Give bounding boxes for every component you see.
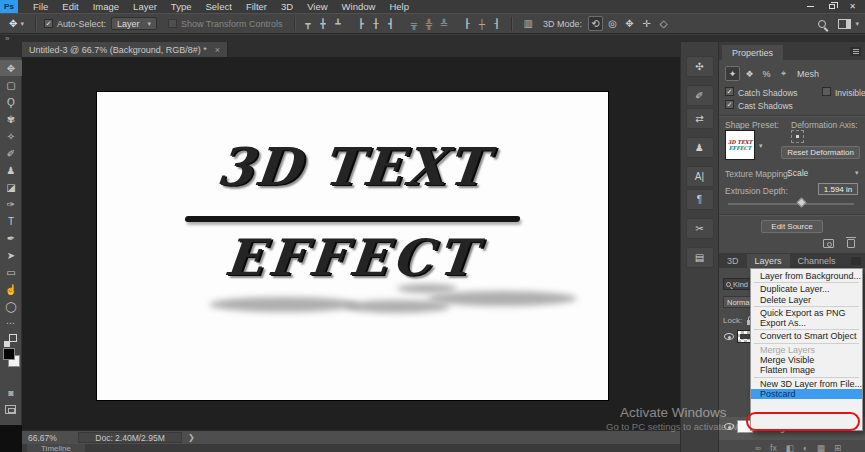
canvas-area[interactable]: 3D TEXT EFFECT (22, 57, 680, 430)
close-button[interactable]: ✕ (842, 0, 863, 13)
tab-channels[interactable]: Channels (790, 254, 844, 268)
path-selection-tool[interactable]: ➤ (0, 247, 22, 263)
eyedropper-tool[interactable]: ✧ (0, 128, 22, 144)
context-menu-item-delete-layer[interactable]: Delete Layer (751, 295, 862, 305)
edit-source-button[interactable]: Edit Source (761, 220, 823, 233)
swap-colors-icon[interactable] (4, 334, 18, 347)
layers-panel-icon-3[interactable]: ◐ (803, 443, 808, 452)
move-tool[interactable]: ✥ (0, 60, 22, 76)
tools-extra-panel-icon[interactable]: ✂ (686, 218, 714, 239)
context-menu-item-postcard[interactable]: Postcard (751, 389, 862, 399)
shape-preset-thumbnail[interactable]: 3D TEXT EFFECT (725, 130, 755, 160)
layers-panel-icon-2[interactable]: ◧ (786, 443, 794, 452)
edit-toolbar-icon[interactable]: ⋯ (0, 318, 22, 328)
adjustments-panel-icon[interactable]: ✣ (686, 56, 714, 77)
paragraph-panel-icon[interactable]: ¶ (686, 189, 714, 210)
minimize-button[interactable] (800, 0, 821, 13)
context-menu-item-layer-from-background[interactable]: Layer from Background... (751, 271, 862, 281)
current-tool-button[interactable]: ✥▾ (4, 18, 29, 29)
character-panel-icon[interactable]: A| (686, 166, 714, 187)
hand-tool[interactable]: ☝ (0, 281, 22, 297)
extrusion-depth-slider[interactable] (728, 203, 854, 205)
context-menu-item-flatten-image[interactable]: Flatten Image (751, 365, 862, 375)
type-tool[interactable]: T (0, 213, 22, 229)
properties-mode-icon-3[interactable]: ⌖ (776, 66, 791, 81)
screen-mode-icon[interactable] (5, 405, 16, 414)
zoom-tool[interactable]: ◯ (0, 298, 22, 314)
rectangular-marquee-tool[interactable]: ▢ (0, 77, 22, 93)
clone-stamp-tool[interactable]: ♟ (0, 162, 22, 178)
tab-layers[interactable]: Layers (747, 254, 790, 268)
quick-selection-tool[interactable]: ✾ (0, 111, 22, 127)
cast-shadows-checkbox[interactable] (725, 100, 734, 109)
align-icon-4[interactable]: ╂ (371, 19, 382, 29)
align-icon-5[interactable]: ┫ (386, 19, 397, 29)
3d-mode-icon-2[interactable]: ✥ (622, 16, 637, 31)
reset-deformation-button[interactable]: Reset Deformation (781, 146, 860, 159)
layers-panel-icon-5[interactable]: ⊞ (834, 443, 841, 452)
catch-shadows-checkbox[interactable] (725, 87, 734, 96)
properties-mode-icon-2[interactable]: % (759, 66, 774, 81)
tab-timeline[interactable]: Timeline (27, 444, 85, 452)
layers-panel-icon-0[interactable]: ∞ (755, 443, 761, 452)
chevron-down-icon[interactable]: ▾ (855, 20, 859, 28)
panel-menu-icon[interactable] (851, 257, 861, 265)
menu-3d[interactable]: 3D (274, 1, 300, 12)
menu-file[interactable]: File (26, 1, 55, 12)
clone-source-panel-icon[interactable]: ⇄ (686, 108, 714, 129)
trash-icon[interactable] (847, 239, 855, 248)
brush-settings-panel-icon[interactable]: ✐ (686, 85, 714, 106)
brush-tool[interactable]: ✐ (0, 145, 22, 161)
layers-panel-icon-1[interactable]: fx (770, 443, 777, 452)
deformation-axis-icon[interactable] (791, 130, 804, 143)
search-icon[interactable] (818, 20, 826, 28)
align-icon-7[interactable]: ╬ (424, 19, 435, 29)
pen-tool[interactable]: ✒ (0, 230, 22, 246)
invisible-checkbox[interactable] (822, 87, 831, 96)
context-menu-item-new-3d-layer-from-file[interactable]: New 3D Layer from File... (751, 379, 862, 389)
extrusion-depth-input[interactable]: 1.594 in (818, 183, 858, 195)
lasso-tool[interactable]: Ϙ (0, 94, 22, 110)
texture-mapping-dropdown[interactable]: Scale (787, 168, 808, 178)
menu-layer[interactable]: Layer (126, 1, 164, 12)
3d-mode-icon-1[interactable]: ◎ (605, 16, 620, 31)
align-icon-3[interactable]: ┣ (356, 19, 367, 29)
align-icon-2[interactable]: ┻ (333, 19, 344, 29)
photoshop-logo-icon[interactable]: Ps (0, 0, 18, 13)
eraser-tool[interactable]: ◪ (0, 179, 22, 195)
document-tab[interactable]: Untitled-3 @ 66.7% (Background, RGB/8#) … (22, 42, 228, 57)
menu-help[interactable]: Help (382, 1, 416, 12)
layer-visibility-eye-icon[interactable] (724, 333, 734, 340)
align-icon-11[interactable]: ┨ (492, 19, 503, 29)
tab-3d[interactable]: 3D (719, 254, 747, 268)
context-menu-item-merge-visible[interactable]: Merge Visible (751, 355, 862, 365)
menu-type[interactable]: Type (164, 1, 199, 12)
menu-filter[interactable]: Filter (239, 1, 274, 12)
distribute-icon[interactable]: ▥ (524, 18, 533, 29)
status-chevron-icon[interactable]: ❯ (188, 433, 195, 442)
menu-view[interactable]: View (300, 1, 334, 12)
context-menu-item-duplicate-layer[interactable]: Duplicate Layer... (751, 284, 862, 294)
context-menu-item-export-as[interactable]: Export As... (751, 318, 862, 328)
properties-mode-icon-0[interactable]: ✦ (725, 66, 740, 81)
menu-image[interactable]: Image (86, 1, 126, 12)
show-transform-checkbox[interactable] (168, 19, 177, 28)
chevron-down-icon[interactable]: ▾ (759, 142, 763, 150)
layers-panel-icon-4[interactable]: ▦ (817, 443, 825, 452)
align-icon-1[interactable]: ╋ (318, 19, 329, 29)
quick-mask-icon[interactable]: ◙ (0, 388, 22, 398)
zoom-level[interactable]: 66.67% (28, 433, 64, 443)
align-icon-9[interactable]: ┠ (462, 19, 473, 29)
menu-edit[interactable]: Edit (55, 1, 85, 12)
tab-close-icon[interactable]: × (215, 45, 220, 55)
3d-mode-icon-3[interactable]: ✛ (639, 16, 654, 31)
3d-mode-icon-4[interactable]: ◇ (656, 16, 671, 31)
tab-properties[interactable]: Properties (722, 45, 783, 60)
notes-panel-icon[interactable]: ▤ (686, 247, 714, 268)
smudge-tool[interactable]: ✑ (0, 196, 22, 212)
3d-mode-icon-0[interactable]: ⟲ (588, 16, 603, 31)
auto-select-checkbox[interactable] (44, 19, 53, 28)
chevron-down-icon[interactable]: ▾ (855, 169, 859, 177)
align-icon-0[interactable]: ┳ (303, 19, 314, 29)
doc-size-field[interactable]: Doc: 2.40M/2.95M (78, 432, 182, 443)
